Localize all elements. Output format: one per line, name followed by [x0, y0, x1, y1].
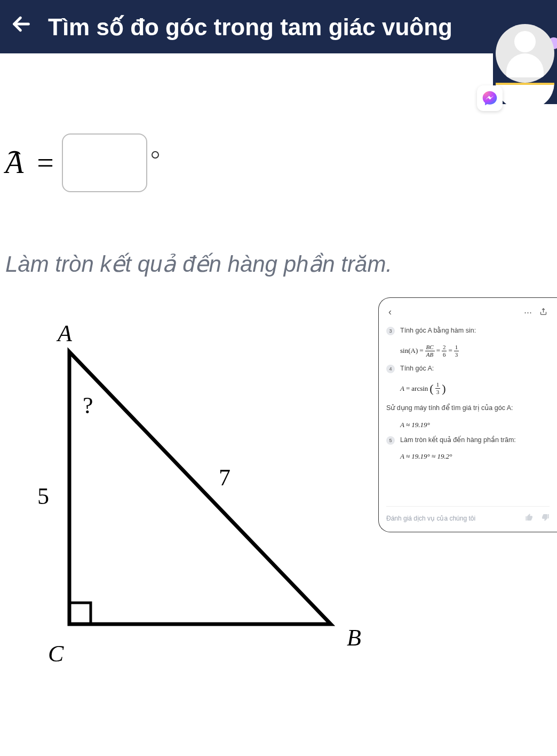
step-5-text: Làm tròn kết quả đến hàng phần trăm:: [400, 436, 516, 445]
feedback-thumbs: [525, 513, 550, 523]
frac1-num: BC: [425, 344, 435, 351]
frac1-den: AB: [426, 351, 433, 358]
formula-arcsin-lhs: A: [400, 384, 404, 393]
solution-actions: ⋯: [524, 308, 547, 317]
frac2-num: 2: [442, 344, 447, 351]
instruction-text: Làm tròn kết quả đến hàng phần trăm.: [5, 251, 552, 277]
vertex-b-label: B: [347, 625, 361, 651]
step-5: 5 Làm tròn kết quả đến hàng phần trăm:: [386, 436, 550, 445]
result-1: A ≈ 19.19°: [400, 421, 550, 429]
formula-eq3: =: [448, 346, 452, 355]
feedback-label: Đánh giá dịch vụ của chúng tôi: [386, 515, 475, 522]
side-ab-label: 7: [219, 464, 230, 491]
side-ac-label: 5: [37, 483, 49, 509]
avatar-container: [493, 21, 557, 104]
angle-marker: ?: [83, 392, 93, 419]
angle-a-label: ⌢ A: [5, 146, 23, 180]
formula-sin: sin(A) = BCAB = 26 = 13: [400, 344, 550, 358]
vertex-c-label: C: [48, 641, 64, 667]
answer-row: ⌢ A =: [5, 133, 552, 192]
step-4-text: Tính góc A:: [400, 364, 434, 374]
step-3: 3 Tính góc A bằng hàm sin:: [386, 326, 550, 336]
back-arrow-icon[interactable]: [11, 13, 32, 40]
step-3-text: Tính góc A bằng hàm sin:: [400, 326, 476, 336]
formula-sin-lhs: sin(A): [400, 346, 418, 355]
page-title: Tìm số đo góc trong tam giác vuông: [48, 13, 452, 41]
messenger-icon: [482, 90, 498, 106]
more-icon[interactable]: ⋯: [524, 308, 532, 317]
arcsin-den: 3: [436, 389, 440, 395]
avatar[interactable]: [496, 24, 554, 83]
degree-icon: [152, 151, 159, 159]
thumbs-down-icon[interactable]: [541, 513, 550, 523]
step-4: 4 Tính góc A:: [386, 364, 550, 374]
step-5-badge: 5: [386, 436, 395, 445]
solution-back-icon[interactable]: ‹: [388, 306, 392, 318]
hat-icon: ⌢: [7, 138, 21, 163]
equals-sign: =: [37, 146, 54, 180]
calc-instruction: Sử dụng máy tính để tìm giá trị của góc …: [386, 404, 550, 413]
formula-eq2: =: [436, 346, 440, 355]
frac2-den: 6: [443, 351, 446, 358]
thumbs-up-icon[interactable]: [525, 513, 534, 523]
frac3-den: 3: [455, 351, 458, 358]
avatar-silhouette-icon: [506, 31, 544, 76]
solution-footer: Đánh giá dịch vụ của chúng tôi: [386, 506, 550, 523]
vertex-a-label: A: [56, 320, 73, 346]
solution-header: ‹ ⋯: [386, 306, 550, 318]
messenger-button[interactable]: [477, 85, 503, 111]
formula-eq1: =: [419, 346, 423, 355]
formula-arcsin: A = arcsin ( 13 ): [400, 382, 550, 395]
svg-marker-1: [69, 352, 331, 624]
formula-arcsin-fn: arcsin: [411, 384, 428, 393]
answer-input[interactable]: [62, 133, 147, 192]
share-icon[interactable]: [539, 308, 547, 317]
frac3-num: 1: [454, 344, 459, 351]
step-3-badge: 3: [386, 327, 395, 335]
arcsin-num: 1: [435, 382, 441, 389]
formula-arcsin-eq: =: [406, 384, 410, 393]
step-4-badge: 4: [386, 365, 395, 373]
app-header: Tìm số đo góc trong tam giác vuông: [0, 0, 557, 53]
solution-panel: ‹ ⋯ 3 Tính góc A bằng hàm sin: sin(A) = …: [378, 297, 557, 532]
result-2: A ≈ 19.19° ≈ 19.2°: [400, 452, 550, 461]
